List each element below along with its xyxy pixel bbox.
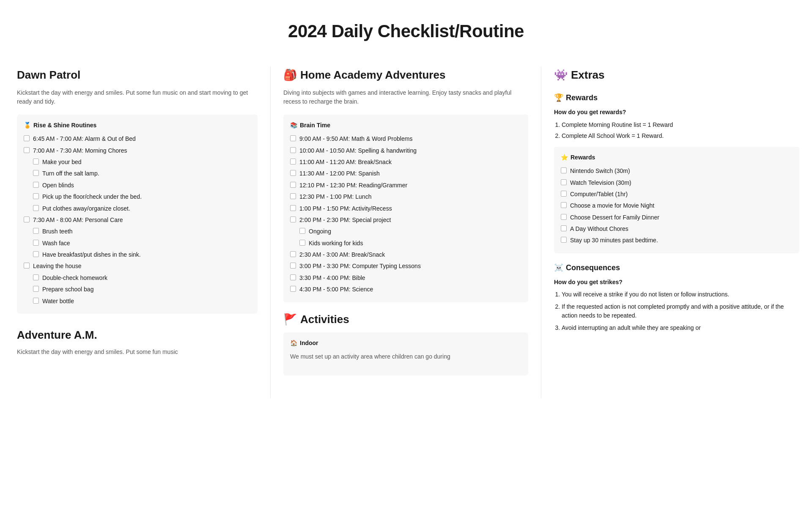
checklist-checkbox[interactable] (290, 182, 296, 188)
checklist-label: Have breakfast/put dishes in the sink. (42, 250, 141, 259)
checklist-item: 12:30 PM - 1:00 PM: Lunch (290, 192, 521, 201)
checklist-checkbox[interactable] (290, 205, 296, 211)
checklist-label: 10:00 AM - 10:50 AM: Spelling & handwrit… (299, 146, 417, 155)
checklist-checkbox[interactable] (561, 191, 567, 197)
checklist-checkbox[interactable] (561, 237, 567, 243)
checklist-checkbox[interactable] (33, 240, 39, 246)
checklist-checkbox[interactable] (290, 159, 296, 164)
rise-shine-title: 🏅 Rise & Shine Routines (24, 121, 251, 130)
checklist-item: 4:30 PM - 5:00 PM: Science (290, 285, 521, 294)
checklist-checkbox[interactable] (33, 170, 39, 176)
checklist-checkbox[interactable] (299, 228, 305, 234)
consequences-item-1: You will receive a strike if you do not … (562, 290, 799, 299)
brain-time-checklist: 9:00 AM - 9:50 AM: Math & Word Problems1… (290, 134, 521, 294)
checklist-label: Pick up the floor/check under the bed. (42, 192, 142, 201)
checklist-label: 3:30 PM - 4:00 PM: Bible (299, 273, 365, 282)
column-dawn-patrol: Dawn Patrol Kickstart the day with energ… (0, 66, 271, 398)
brain-time-title: 📚 Brain Time (290, 121, 521, 130)
checklist-label: Watch Television (30m) (570, 178, 631, 187)
checklist-label: Choose a movie for Movie Night (570, 201, 654, 210)
checklist-item: Leaving the house (24, 261, 251, 271)
checklist-checkbox[interactable] (561, 202, 567, 208)
adventure-am-title: Adventure A.M. (17, 326, 258, 344)
checklist-checkbox[interactable] (290, 263, 296, 269)
checklist-item: Brush teeth (24, 227, 251, 236)
checklist-checkbox[interactable] (33, 274, 39, 280)
checklist-checkbox[interactable] (24, 263, 30, 269)
checklist-label: A Day Without Chores (570, 224, 628, 233)
rewards-trophy-icon: 🏆 (554, 92, 563, 104)
checklist-label: 12:30 PM - 1:00 PM: Lunch (299, 192, 371, 201)
checklist-checkbox[interactable] (33, 182, 39, 188)
checklist-item: Make your bed (24, 157, 251, 167)
checklist-checkbox[interactable] (33, 228, 39, 234)
checklist-checkbox[interactable] (33, 251, 39, 257)
checklist-checkbox[interactable] (299, 240, 305, 246)
rise-shine-checklist: 6:45 AM - 7:00 AM: Alarm & Out of Bed7:0… (24, 134, 251, 306)
checklist-checkbox[interactable] (33, 298, 39, 304)
checklist-item: 11:00 AM - 11:20 AM: Break/Snack (290, 157, 521, 167)
checklist-checkbox[interactable] (33, 193, 39, 199)
checklist-label: 4:30 PM - 5:00 PM: Science (299, 285, 373, 294)
rise-shine-subsection: 🏅 Rise & Shine Routines 6:45 AM - 7:00 A… (17, 115, 258, 314)
checklist-checkbox[interactable] (290, 170, 296, 176)
rewards-checklist-section: ⭐ Rewards Nintendo Switch (30m)Watch Tel… (554, 147, 799, 253)
indoor-desc: We must set up an activity area where ch… (290, 352, 521, 361)
checklist-label: 1:00 PM - 1:50 PM: Activity/Recess (299, 204, 392, 213)
checklist-item: A Day Without Chores (561, 224, 793, 233)
checklist-item: 7:30 AM - 8:00 AM: Personal Care (24, 215, 251, 225)
checklist-checkbox[interactable] (290, 286, 296, 292)
checklist-checkbox[interactable] (290, 251, 296, 257)
checklist-item: Double-check homework (24, 273, 251, 282)
extras-title: 👾 Extras (554, 66, 799, 84)
checklist-label: Nintendo Switch (30m) (570, 166, 630, 175)
checklist-checkbox[interactable] (561, 167, 567, 173)
checklist-checkbox[interactable] (33, 159, 39, 164)
rewards-section: 🏆 Rewards How do you get rewards? Comple… (554, 92, 799, 253)
checklist-label: Stay up 30 minutes past bedtime. (570, 236, 658, 245)
checklist-label: Put clothes away/organize closet. (42, 204, 130, 213)
checklist-checkbox[interactable] (33, 286, 39, 292)
checklist-checkbox[interactable] (24, 147, 30, 153)
checklist-item: Put clothes away/organize closet. (24, 204, 251, 213)
consequences-question: How do you get strikes? (554, 277, 799, 287)
dawn-patrol-title: Dawn Patrol (17, 66, 258, 84)
checklist-checkbox[interactable] (561, 179, 567, 185)
consequences-item-2: If the requested action is not completed… (562, 302, 799, 320)
checklist-label: 6:45 AM - 7:00 AM: Alarm & Out of Bed (33, 134, 136, 143)
checklist-checkbox[interactable] (290, 135, 296, 141)
checklist-checkbox[interactable] (33, 205, 39, 211)
checklist-label: Computer/Tablet (1hr) (570, 189, 628, 199)
checklist-checkbox[interactable] (561, 225, 567, 231)
checklist-item: Computer/Tablet (1hr) (561, 189, 793, 199)
checklist-label: Make your bed (42, 157, 82, 167)
checklist-item: 7:00 AM - 7:30 AM: Morning Chores (24, 146, 251, 155)
indoor-subsection: 🏠 Indoor We must set up an activity area… (283, 332, 528, 375)
brain-time-icon: 📚 (290, 121, 297, 130)
checklist-checkbox[interactable] (24, 217, 30, 222)
checklist-item: 10:00 AM - 10:50 AM: Spelling & handwrit… (290, 146, 521, 155)
checklist-item: Water bottle (24, 296, 251, 306)
checklist-checkbox[interactable] (290, 147, 296, 153)
dawn-patrol-desc: Kickstart the day with energy and smiles… (17, 88, 258, 106)
rise-shine-icon: 🏅 (24, 121, 31, 130)
rewards-title: 🏆 Rewards (554, 92, 799, 104)
checklist-checkbox[interactable] (290, 217, 296, 222)
checklist-item: 1:00 PM - 1:50 PM: Activity/Recess (290, 204, 521, 213)
column-extras: 👾 Extras 🏆 Rewards How do you get reward… (541, 66, 812, 398)
home-academy-title: 🎒 Home Academy Adventures (283, 66, 528, 84)
checklist-item: Open blinds (24, 181, 251, 190)
checklist-item: Nintendo Switch (30m) (561, 166, 793, 175)
checklist-checkbox[interactable] (561, 214, 567, 220)
checklist-item: Prepare school bag (24, 285, 251, 294)
checklist-checkbox[interactable] (290, 193, 296, 199)
consequences-icon: ☠️ (554, 262, 563, 274)
checklist-item: 2:30 AM - 3:00 AM: Break/Snack (290, 250, 521, 259)
checklist-item: 12:10 PM - 12:30 PM: Reading/Grammer (290, 181, 521, 190)
rewards-how-item-1: Complete Morning Routine list = 1 Reward (562, 120, 799, 129)
checklist-checkbox[interactable] (290, 274, 296, 280)
extras-icon: 👾 (554, 66, 568, 84)
activities-icon: 🚩 (283, 311, 297, 329)
checklist-checkbox[interactable] (24, 135, 30, 141)
checklist-item: Have breakfast/put dishes in the sink. (24, 250, 251, 259)
